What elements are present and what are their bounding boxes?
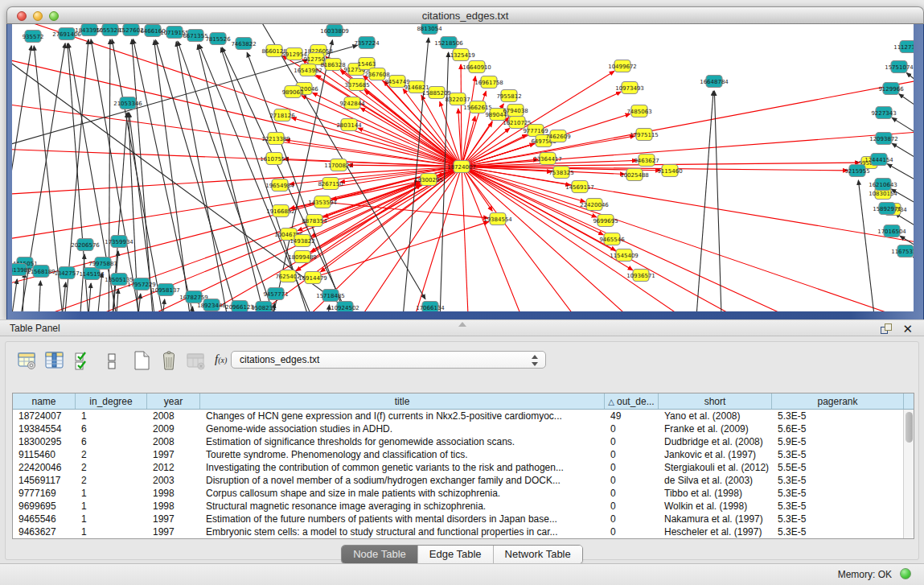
table-cell[interactable]: Genome-wide association studies in ADHD. <box>200 422 605 435</box>
graph-node[interactable]: 16107553 <box>260 153 289 165</box>
unselect-all-icon[interactable] <box>102 350 123 371</box>
table-cell[interactable]: 2012 <box>147 461 200 474</box>
panel-resize-grip[interactable] <box>458 322 466 327</box>
graph-node[interactable]: 2718126 <box>269 109 295 122</box>
table-cell[interactable]: 6 <box>76 435 147 448</box>
table-cell[interactable]: 14569117 <box>13 474 76 487</box>
graph-node[interactable]: 7815526 <box>205 33 231 45</box>
table-cell[interactable]: 1997 <box>147 525 200 538</box>
graph-node[interactable]: 20206576 <box>71 239 100 251</box>
table-row[interactable]: 946362711997Embryonic stem cells: a mode… <box>13 525 914 538</box>
delete-rows-icon[interactable] <box>158 350 179 371</box>
table-cell[interactable]: 2008 <box>147 410 200 422</box>
table-cell[interactable]: Tourette syndrome. Phenomenology and cla… <box>200 448 605 461</box>
new-table-icon[interactable] <box>131 350 152 371</box>
table-cell[interactable]: 1997 <box>147 513 200 525</box>
table-cell[interactable]: 5.5E-5 <box>772 461 904 474</box>
graph-node[interactable]: 16210643 <box>869 179 897 191</box>
column-header-year[interactable]: year <box>147 393 200 409</box>
graph-node[interactable]: 23364417 <box>533 153 562 165</box>
table-cell[interactable]: 1 <box>76 410 147 422</box>
table-cell[interactable]: 5.9E-5 <box>772 435 904 448</box>
select-all-icon[interactable] <box>73 350 94 371</box>
table-cell[interactable]: Stergiakouli et al. (2012) <box>659 461 772 474</box>
graph-node[interactable]: 11127343 <box>893 41 914 53</box>
column-header-name[interactable]: name <box>13 393 76 409</box>
table-cell[interactable]: 5.6E-5 <box>772 422 904 435</box>
graph-node[interactable]: 15751074 <box>885 61 914 73</box>
table-cell[interactable]: 0 <box>605 500 659 513</box>
column-header-in_degree[interactable]: in_degree <box>76 393 147 409</box>
table-cell[interactable]: 18300295 <box>13 435 76 448</box>
graph-node[interactable]: 7357224 <box>354 37 380 49</box>
table-cell[interactable]: 1 <box>76 513 147 525</box>
table-cell[interactable]: Estimation of significance thresholds fo… <box>200 435 605 448</box>
column-header-out_de[interactable]: △out_de... <box>605 393 659 409</box>
table-cell[interactable]: Investigating the contribution of common… <box>200 461 605 474</box>
table-cell[interactable]: 0 <box>605 525 659 538</box>
table-cell[interactable]: 49 <box>605 410 659 422</box>
table-scrollbar-thumb[interactable] <box>906 412 913 443</box>
table-cell[interactable]: 5.3E-5 <box>772 500 904 513</box>
graph-node[interactable]: 11325419 <box>446 49 475 61</box>
table-cell[interactable]: 9465546 <box>13 513 76 525</box>
graph-node[interactable]: 16961758 <box>474 76 503 89</box>
table-cell[interactable]: Disruption of a novel member of a sodium… <box>200 474 605 487</box>
table-cell[interactable]: 5.3E-5 <box>772 525 904 538</box>
network-window-titlebar[interactable]: citations_edges.txt <box>6 6 924 24</box>
graph-node[interactable]: 9699695 <box>593 215 618 227</box>
table-cell[interactable]: 9699695 <box>13 500 76 513</box>
table-cell[interactable]: 2003 <box>147 474 200 487</box>
table-cell[interactable]: 9115460 <box>13 448 76 461</box>
column-header-title[interactable]: title <box>200 393 605 409</box>
graph-node[interactable]: 16648784 <box>700 76 729 88</box>
graph-node[interactable]: 10499672 <box>608 60 637 72</box>
tab-node-table[interactable]: Node Table <box>342 546 418 563</box>
graph-node[interactable]: 989063 <box>282 86 304 98</box>
graph-node[interactable]: 9115460 <box>657 165 682 177</box>
table-cell[interactable]: Yano et al. (2008) <box>659 410 772 422</box>
table-cell[interactable]: 9463627 <box>13 525 76 538</box>
table-row[interactable]: 911546021997Tourette syndrome. Phenomeno… <box>13 448 914 461</box>
graph-node[interactable]: 10924502 <box>331 302 359 312</box>
table-cell[interactable]: 2 <box>76 461 147 474</box>
table-cell[interactable]: 5.3E-5 <box>772 448 904 461</box>
table-cell[interactable]: 0 <box>605 474 659 487</box>
graph-node[interactable]: 19166852 <box>266 205 295 217</box>
table-cell[interactable]: 22420046 <box>13 461 76 474</box>
graph-node[interactable]: 9508231 <box>251 302 276 312</box>
table-cell[interactable]: Embryonic stem cells: a model to study s… <box>200 525 605 538</box>
table-cell[interactable]: 5.3E-5 <box>772 487 904 500</box>
table-settings-icon[interactable] <box>17 350 38 371</box>
graph-node[interactable]: 14569117 <box>565 181 594 193</box>
graph-node[interactable]: 17016504 <box>877 225 906 237</box>
graph-node[interactable]: 19654984 <box>265 179 294 192</box>
table-row[interactable]: 1872400712008Changes of HCN gene express… <box>13 410 914 422</box>
table-cell[interactable]: 2009 <box>147 422 200 435</box>
table-scrollbar[interactable] <box>903 410 914 538</box>
float-panel-icon[interactable] <box>881 323 892 334</box>
graph-node[interactable]: 11675333 <box>891 245 914 257</box>
graph-node[interactable]: 15218506 <box>434 37 463 49</box>
table-row[interactable]: 946554611997Estimation of the future num… <box>13 513 914 525</box>
graph-node[interactable]: 20966123 <box>225 301 254 312</box>
table-cell[interactable]: Franke et al. (2009) <box>659 422 772 435</box>
table-row[interactable]: 1938455462009Genome-wide association stu… <box>13 422 914 435</box>
table-cell[interactable]: 9777169 <box>13 487 76 500</box>
close-panel-icon[interactable]: ✕ <box>902 322 913 336</box>
table-cell[interactable]: 0 <box>605 422 659 435</box>
table-cell[interactable]: 2 <box>76 448 147 461</box>
table-cell[interactable]: 5.3E-5 <box>772 513 904 525</box>
column-header-pagerank[interactable]: pagerank <box>772 393 904 409</box>
table-cell[interactable]: Tibbo et al. (1998) <box>659 487 772 500</box>
table-cell[interactable]: de Silva et al. (2003) <box>659 474 772 487</box>
table-cell[interactable]: 2008 <box>147 435 200 448</box>
graph-node[interactable]: 935572 <box>23 31 44 43</box>
node-table[interactable]: namein_degreeyeartitle△out_de...shortpag… <box>12 393 914 539</box>
graph-node[interactable]: 8813054 <box>417 24 442 35</box>
graph-node[interactable]: 16033809 <box>320 25 349 37</box>
graph-node[interactable]: 7463822 <box>231 38 256 50</box>
table-cell[interactable]: 1 <box>76 487 147 500</box>
show-columns-icon[interactable] <box>44 350 65 371</box>
table-row[interactable]: 977716911998Corpus callosum shape and si… <box>13 487 914 500</box>
